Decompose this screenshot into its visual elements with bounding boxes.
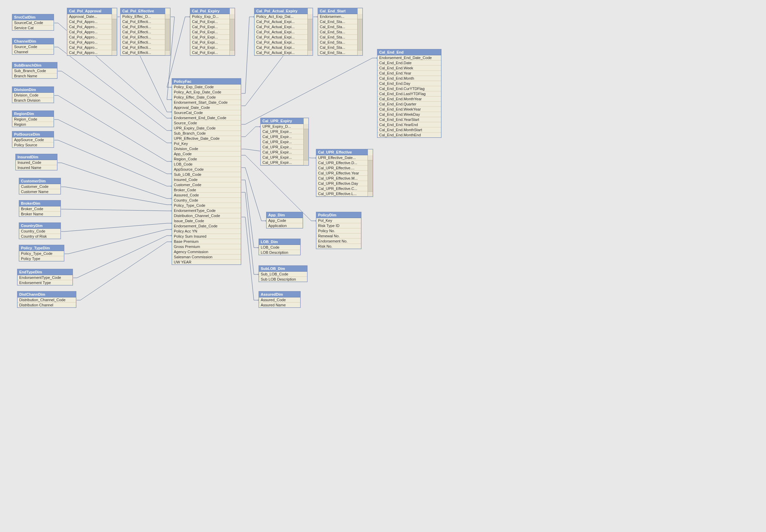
field-country-code[interactable]: Country_Code [172,198,241,203]
field-issue-date-code[interactable]: Issue_Date_Code [172,218,241,224]
table-srvccatdim[interactable]: SrvcCatDimSourceCat_CodeService Cat [12,14,54,31]
table-header[interactable]: Cal_UPR_Expiry [261,118,304,124]
table-header[interactable]: Cal_Pol_Actual_Expiry [255,8,308,14]
field-country-of-risk[interactable]: Country of Risk [19,234,60,239]
field-endorsement-end-date-code[interactable]: Endorsement_End_Date_Code [172,115,241,121]
field-cal-pol-appro-[interactable]: Cal_Pol_Appro... [67,45,112,50]
field-cal-end-sta-[interactable]: Cal_End_Sta... [318,19,358,24]
table-app_dim[interactable]: App_DimApp_CodeApplication [266,212,303,228]
field-customer-code[interactable]: Customer_Code [19,184,60,189]
field-cal-pol-actual-expi-[interactable]: Cal_Pol_Actual_Expi... [255,40,308,45]
table-header[interactable]: App_Dim [267,212,303,218]
table-header[interactable]: Cal_UPR_Effective [316,149,368,155]
field-cal-upr-effective-year[interactable]: Cal_UPR_Effective.Year [316,171,368,176]
field-cal-end-end-year[interactable]: Cal_End_End.Year [378,71,441,76]
field-agency-commission[interactable]: Agency Commission [172,249,241,254]
scrollbar[interactable] [307,14,313,55]
table-distchanndim[interactable]: DistChannDimDistribution_Channel_CodeDis… [17,291,76,308]
field-sub-branch-code[interactable]: Sub_Branch_Code [172,131,241,136]
table-header[interactable]: DistChannDim [18,292,76,297]
field-country-code[interactable]: Country_Code [19,229,60,234]
field-sub-branch-code[interactable]: Sub_Branch_Code [12,68,57,73]
table-header[interactable]: PolicyFac [172,79,241,84]
table-header[interactable]: Policy_TypeDim [19,245,64,251]
table-header[interactable]: AssuredDim [259,292,300,297]
field-cal-pol-actual-expi-[interactable]: Cal_Pol_Actual_Expi... [255,30,308,35]
field-cal-pol-effecti-[interactable]: Cal_Pol_Effecti... [121,24,165,30]
table-header[interactable]: PolSourceDim [12,132,54,137]
field-cal-pol-expi-[interactable]: Cal_Pol_Expi... [190,50,230,55]
field-cal-pol-effecti-[interactable]: Cal_Pol_Effecti... [121,35,165,40]
field-endorsement-start-date-code[interactable]: Endorsement_Start_Date_Code [172,100,241,105]
field-cal-end-sta-[interactable]: Cal_End_Sta... [318,35,358,40]
field-sub-lob-code[interactable]: Sub_LOB_Code [172,172,241,177]
field-uw-year[interactable]: UW YEAR [172,260,241,264]
table-header[interactable]: CustomerDim [19,178,60,184]
field-approval-date-code[interactable]: Approval_Date_Code [172,105,241,110]
field-policy-exp-d-[interactable]: Policy_Exp_D... [190,14,230,19]
field-endorsement-no-[interactable]: Endorsement No. [316,239,361,244]
table-header[interactable]: Cal_End_End [378,49,441,55]
field-cal-pol-appro-[interactable]: Cal_Pol_Appro... [67,30,112,35]
field-channel[interactable]: Channel [12,49,54,54]
field-cal-pol-expi-[interactable]: Cal_Pol_Expi... [190,45,230,50]
field-cal-upr-expir-[interactable]: Cal_UPR_Expir... [261,134,304,139]
field-division-code[interactable]: Division_Code [172,146,241,151]
field-cal-pol-expi-[interactable]: Cal_Pol_Expi... [190,24,230,30]
table-header[interactable]: LOB_Dim [259,239,300,245]
field-cal-upr-effective-d-[interactable]: Cal_UPR_Effective.D... [316,160,368,166]
field-distribution-channel-code[interactable]: Distribution_Channel_Code [18,297,76,303]
table-header[interactable]: BrokerDim [19,201,60,206]
table-polsourcedim[interactable]: PolSourceDimAppSource_CodePolicy Source [12,131,54,148]
table-regiondim[interactable]: RegionDimRegion_CodeRegion [12,111,54,127]
field-cal-pol-actual-expi-[interactable]: Cal_Pol_Actual_Expi... [255,19,308,24]
table-cal_upr_effective[interactable]: Cal_UPR_EffectiveUPR_Effective_Date...Ca… [316,149,373,197]
field-policy-type-code[interactable]: Policy_Type_Code [19,251,64,256]
table-endtypedim[interactable]: EndTypeDimEndorsementType_CodeEndorsemen… [17,269,73,285]
field-customer-code[interactable]: Customer_Code [172,182,241,188]
table-policydim[interactable]: PolicyDimPol_KeyRisk Type IDPolicy No.Re… [316,212,361,249]
table-channeldim[interactable]: ChannelDimSource_CodeChannel [12,38,54,55]
table-header[interactable]: Cal_Pol_Effective [121,8,165,14]
field-cal-upr-effective-c-[interactable]: Cal_UPR_Effective.C... [316,186,368,191]
field-cal-end-end-quarter[interactable]: Cal_End_End.Quarter [378,102,441,107]
table-header[interactable]: DivisionDim [12,87,54,93]
field-policy-effec-d-[interactable]: Policy_Effec_D... [121,14,165,19]
field-sourcecat-code[interactable]: SourceCat_Code [12,20,54,25]
field-upr-effective-date-[interactable]: UPR_Effective_Date... [316,155,368,160]
field-service-cat[interactable]: Service Cat [12,25,54,30]
table-cal_end_start[interactable]: Cal_End_StartEndorsemen...Cal_End_Sta...… [318,8,363,56]
table-lob_dim[interactable]: LOB_DimLOB_CodeLOB Description [259,239,301,255]
field-cal-upr-effective-[interactable]: Cal_UPR_Effective.... [316,166,368,171]
field-lob-code[interactable]: LOB_Code [172,162,241,167]
table-header[interactable]: InsuredDim [16,154,57,160]
field-upr-expiry-date-code[interactable]: UPR_Expiry_Date_Code [172,126,241,131]
field-cal-upr-expir-[interactable]: Cal_UPR_Expir... [261,155,304,160]
field-cal-pol-effecti-[interactable]: Cal_Pol_Effecti... [121,30,165,35]
field-endorsementtype-code[interactable]: EndorsementType_Code [172,208,241,213]
field-gross-premium[interactable]: Gross Premium [172,244,241,249]
field-cal-end-sta-[interactable]: Cal_End_Sta... [318,30,358,35]
field-renewal-no-[interactable]: Renewal No. [316,234,361,239]
table-countrydim[interactable]: CountryDimCountry_CodeCountry of Risk [19,223,61,239]
table-header[interactable]: SubBranchDim [12,63,57,68]
field-policy-exp-date-code[interactable]: Policy_Exp_Date_Code [172,84,241,90]
field-source-code[interactable]: Source_Code [172,121,241,126]
table-header[interactable]: RegionDim [12,111,54,117]
field-endorsement-type[interactable]: Endorsement Type [18,280,72,285]
field-region-code[interactable]: Region_Code [172,157,241,162]
field-cal-end-end-weekyear[interactable]: Cal_End_End.WeekYear [378,107,441,112]
scrollbar[interactable] [165,14,170,55]
field-cal-upr-effective-day[interactable]: Cal_UPR_Effective.Day [316,181,368,186]
field-cal-pol-effecti-[interactable]: Cal_Pol_Effecti... [121,40,165,45]
table-sublob_dim[interactable]: SubLOB_DimSub_LOB_CodeSub LOB Descriptio… [259,265,307,282]
table-divisiondim[interactable]: DivisionDimDivision_CodeBranch Division [12,87,54,103]
field-cal-pol-expi-[interactable]: Cal_Pol_Expi... [190,30,230,35]
field-broker-code[interactable]: Broker_Code [172,188,241,193]
field-cal-end-end-monthyear[interactable]: Cal_End_End.MonthYear [378,97,441,102]
field-distribution-channel[interactable]: Distribution Channel [18,303,76,307]
field-application[interactable]: Application [267,223,303,228]
table-cal_pol_expiry[interactable]: Cal_Pol_ExpiryPolicy_Exp_D...Cal_Pol_Exp… [190,8,235,56]
field-cal-upr-expir-[interactable]: Cal_UPR_Expir... [261,139,304,145]
field-broker-code[interactable]: Broker_Code [19,206,60,212]
